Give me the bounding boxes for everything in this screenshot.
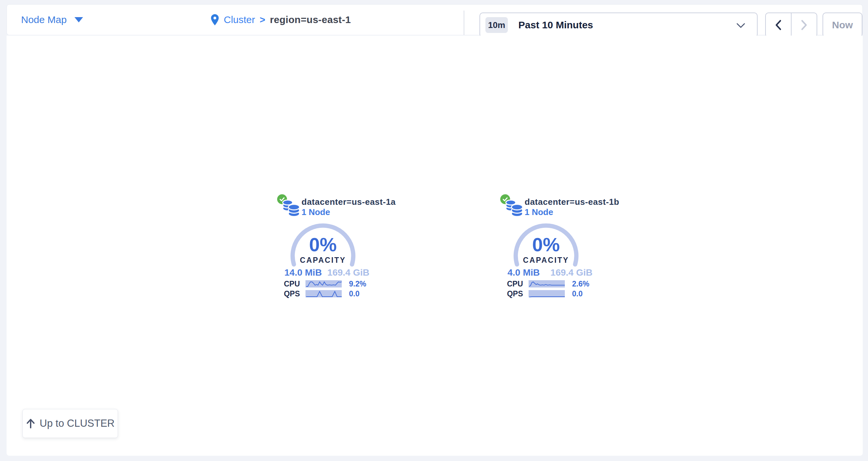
- capacity-values: 4.0 MiB 169.4 GiB: [507, 267, 592, 278]
- cpu-sparkline: [529, 280, 565, 288]
- chevron-down-icon: [737, 23, 745, 28]
- node-map-page: Node Map Cluster > region=us-east-1 10m …: [0, 0, 868, 461]
- time-range-label: Past 10 Minutes: [518, 20, 593, 31]
- capacity-used: 4.0 MiB: [507, 267, 540, 278]
- qps-label: QPS: [500, 290, 523, 298]
- up-to-cluster-button[interactable]: Up to CLUSTER: [23, 409, 118, 438]
- qps-sparkline: [529, 290, 565, 297]
- capacity-caption: CAPACITY: [490, 256, 602, 265]
- caret-down-icon: [74, 17, 83, 22]
- up-to-cluster-label: Up to CLUSTER: [39, 418, 114, 429]
- cpu-label: CPU: [500, 279, 523, 289]
- database-stack-icon: [281, 199, 301, 217]
- time-step-buttons: [765, 12, 817, 37]
- locality-name: datacenter=us-east-1b: [525, 197, 619, 207]
- qps-value: 0.0: [349, 290, 360, 298]
- cpu-metric-row: CPU 9.2%: [277, 280, 376, 288]
- locality-card-us-east-1b[interactable]: datacenter=us-east-1b 1 Node 0% CAPACITY…: [490, 193, 602, 302]
- cpu-value: 9.2%: [349, 279, 366, 289]
- database-stack-icon: [504, 199, 524, 217]
- locality-card-us-east-1a[interactable]: datacenter=us-east-1a 1 Node 0% CAPACITY…: [267, 193, 379, 302]
- chevron-right-icon: [801, 20, 808, 31]
- breadcrumb-separator: >: [260, 14, 265, 25]
- capacity-values: 14.0 MiB 169.4 GiB: [284, 267, 369, 278]
- locality-node-count: 1 Node: [525, 207, 553, 217]
- capacity-percent: 0%: [490, 233, 602, 256]
- time-range-badge: 10m: [486, 17, 508, 33]
- breadcrumb-cluster-link[interactable]: Cluster: [224, 14, 255, 25]
- capacity-total: 169.4 GiB: [550, 267, 592, 278]
- breadcrumb-current: region=us-east-1: [270, 14, 351, 25]
- qps-value: 0.0: [572, 290, 583, 298]
- cpu-value: 2.6%: [572, 279, 589, 289]
- cpu-metric-row: CPU 2.6%: [500, 280, 599, 288]
- breadcrumb: Cluster > region=us-east-1: [211, 5, 351, 35]
- location-pin-icon: [211, 14, 219, 26]
- view-selector-label: Node Map: [21, 14, 67, 25]
- time-back-button[interactable]: [766, 13, 791, 37]
- time-forward-button[interactable]: [791, 13, 816, 37]
- qps-sparkline: [306, 290, 342, 297]
- view-selector-dropdown[interactable]: Node Map: [21, 5, 83, 35]
- cpu-label: CPU: [277, 279, 300, 289]
- time-range-dropdown[interactable]: 10m Past 10 Minutes: [479, 12, 757, 37]
- capacity-used: 14.0 MiB: [284, 267, 322, 278]
- capacity-caption: CAPACITY: [267, 256, 379, 265]
- locality-name: datacenter=us-east-1a: [302, 197, 396, 207]
- header-bar: Node Map Cluster > region=us-east-1 10m …: [7, 4, 863, 35]
- capacity-percent: 0%: [267, 233, 379, 256]
- now-button[interactable]: Now: [823, 12, 862, 37]
- capacity-total: 169.4 GiB: [327, 267, 369, 278]
- arrow-up-icon: [26, 418, 36, 429]
- node-map-canvas: [7, 36, 863, 456]
- qps-metric-row: QPS 0.0: [277, 290, 376, 298]
- cpu-sparkline: [306, 280, 342, 288]
- qps-metric-row: QPS 0.0: [500, 290, 599, 298]
- header-divider: [464, 10, 464, 35]
- qps-label: QPS: [277, 290, 300, 298]
- locality-node-count: 1 Node: [302, 207, 330, 217]
- chevron-left-icon: [775, 20, 782, 31]
